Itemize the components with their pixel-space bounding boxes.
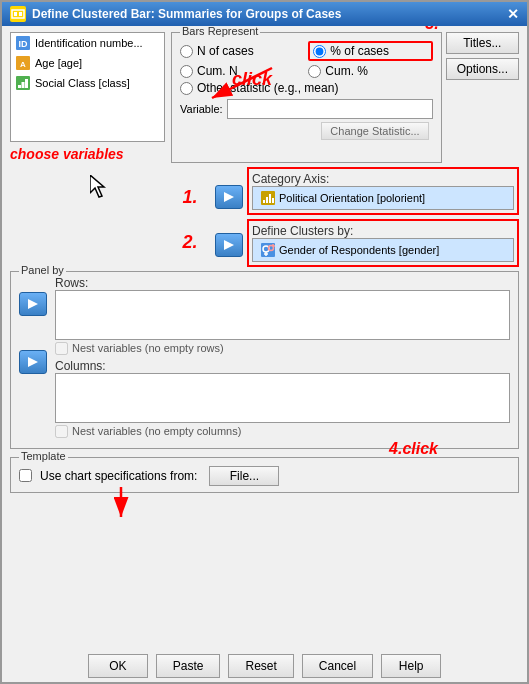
template-section: Template Use chart specifications from: … xyxy=(10,457,519,493)
arrow-right-icon-2 xyxy=(221,237,237,253)
svg-rect-2 xyxy=(19,12,22,16)
help-button[interactable]: Help xyxy=(381,654,441,678)
nest-rows-label: Nest variables (no empty rows) xyxy=(72,342,224,354)
variable-input[interactable] xyxy=(227,99,433,119)
options-button[interactable]: Options... xyxy=(446,58,519,80)
variable-item-class[interactable]: Social Class [class] xyxy=(11,73,164,93)
radio-n-of-cases[interactable]: N of cases xyxy=(180,41,304,61)
paste-button[interactable]: Paste xyxy=(156,654,221,678)
variable-item-id[interactable]: ID Identification numbe... xyxy=(11,33,164,53)
radio-pct-cases-label: % of cases xyxy=(330,44,389,58)
svg-rect-0 xyxy=(12,10,24,18)
bars-represent-legend: Bars Represent xyxy=(180,26,260,37)
svg-marker-13 xyxy=(224,192,234,202)
arrow-right-icon-cols xyxy=(25,354,41,370)
svg-rect-8 xyxy=(18,85,21,88)
bars-and-buttons: Bars Represent 3. N of cases xyxy=(171,32,519,163)
svg-rect-10 xyxy=(25,79,28,88)
use-chart-checkbox[interactable] xyxy=(19,469,32,482)
middle-section: 1. 2. xyxy=(10,167,519,267)
cursor-icon xyxy=(90,175,110,199)
svg-marker-14 xyxy=(224,240,234,250)
fields-col: Category Axis: Political Or xyxy=(247,167,519,267)
arrow-right-icon-1 xyxy=(221,189,237,205)
age-icon: A xyxy=(15,55,31,71)
panel-by-legend: Panel by xyxy=(19,264,66,276)
left-spacer xyxy=(10,167,165,227)
radio-cum-pct[interactable]: Cum. % xyxy=(308,64,432,78)
svg-marker-29 xyxy=(28,357,38,367)
columns-label: Columns: xyxy=(55,359,106,373)
variables-list: ID Identification numbe... A Age [age xyxy=(10,32,165,142)
window-icon xyxy=(10,6,26,22)
radio-cum-pct-input[interactable] xyxy=(308,65,321,78)
variable-label-id: Identification numbe... xyxy=(35,37,143,49)
variable-item-age[interactable]: A Age [age] xyxy=(11,53,164,73)
title-bar-left: Define Clustered Bar: Summaries for Grou… xyxy=(10,6,341,22)
panel-inner: Rows: Nest variables (no empty rows) Col… xyxy=(19,276,510,442)
titles-button[interactable]: Titles... xyxy=(446,32,519,54)
arrow-and-fields: Category Axis: Political Or xyxy=(215,167,519,267)
category-axis-value: Political Orientation [polorient] xyxy=(257,189,429,207)
step2-label: 2. xyxy=(182,232,197,253)
arrow-btn-category[interactable] xyxy=(215,185,243,209)
svg-rect-19 xyxy=(272,198,274,203)
columns-field xyxy=(55,373,510,423)
rows-label: Rows: xyxy=(55,276,88,290)
change-stat-row: Change Statistic... xyxy=(180,122,433,140)
title-bar: Define Clustered Bar: Summaries for Grou… xyxy=(2,2,527,26)
radio-other[interactable]: Other statistic (e.g., mean) xyxy=(180,81,433,95)
left-panel: ID Identification numbe... A Age [age xyxy=(10,32,165,163)
radio-grid: N of cases % of cases Cum. xyxy=(180,41,433,95)
svg-rect-17 xyxy=(266,197,268,203)
id-icon: ID xyxy=(15,35,31,51)
arrow-btn-cols[interactable] xyxy=(19,350,47,374)
columns-group: Columns: Nest variables (no empty column… xyxy=(55,359,510,438)
click-annotation: click xyxy=(232,69,272,90)
ok-button[interactable]: OK xyxy=(88,654,148,678)
file-button[interactable]: File... xyxy=(209,466,279,486)
arrow-buttons-col xyxy=(215,167,243,267)
panel-arrow-col xyxy=(19,276,47,442)
svg-text:A: A xyxy=(20,60,26,69)
cursor-area xyxy=(10,167,165,227)
nest-rows-row: Nest variables (no empty rows) xyxy=(55,342,510,355)
svg-marker-28 xyxy=(28,299,38,309)
svg-rect-1 xyxy=(14,12,17,16)
radio-pct-of-cases[interactable]: % of cases xyxy=(308,41,432,61)
nest-cols-label: Nest variables (no empty columns) xyxy=(72,425,241,437)
radio-cum-pct-label: Cum. % xyxy=(325,64,368,78)
variable-label-class: Social Class [class] xyxy=(35,77,130,89)
nest-cols-checkbox[interactable] xyxy=(55,425,68,438)
radio-cum-n-input[interactable] xyxy=(180,65,193,78)
class-icon xyxy=(15,75,31,91)
variable-label: Variable: xyxy=(180,103,223,115)
step3-annotation: 3. xyxy=(425,26,438,33)
radio-pct-cases-input[interactable] xyxy=(313,45,326,58)
arrow-btn-rows[interactable] xyxy=(19,292,47,316)
bars-represent-group: Bars Represent 3. N of cases xyxy=(171,32,442,163)
arrow-right-icon-rows xyxy=(25,296,41,312)
cancel-button[interactable]: Cancel xyxy=(302,654,373,678)
define-clusters-value: Gender of Respondents [gender] xyxy=(257,241,443,259)
radio-n-cases-input[interactable] xyxy=(180,45,193,58)
row1: ID Identification numbe... A Age [age xyxy=(10,32,519,163)
step4-annotation: 4.click xyxy=(389,440,438,458)
bottom-buttons: OK Paste Reset Cancel Help xyxy=(2,648,527,682)
use-chart-label: Use chart specifications from: xyxy=(40,469,197,483)
window-title: Define Clustered Bar: Summaries for Grou… xyxy=(32,7,341,21)
svg-rect-9 xyxy=(22,82,25,88)
template-legend: Template xyxy=(19,450,68,462)
annotation-col: 1. 2. xyxy=(165,167,215,253)
variable-row: Variable: xyxy=(180,99,433,119)
nest-rows-checkbox[interactable] xyxy=(55,342,68,355)
svg-rect-18 xyxy=(269,194,271,203)
close-button[interactable]: ✕ xyxy=(507,6,519,22)
reset-button[interactable]: Reset xyxy=(228,654,293,678)
change-statistic-button[interactable]: Change Statistic... xyxy=(321,122,428,140)
arrow-btn-clusters[interactable] xyxy=(215,233,243,257)
gender-icon xyxy=(261,243,275,257)
step4-arrow-svg xyxy=(91,482,151,522)
category-axis-label: Category Axis: xyxy=(252,172,329,186)
radio-other-input[interactable] xyxy=(180,82,193,95)
